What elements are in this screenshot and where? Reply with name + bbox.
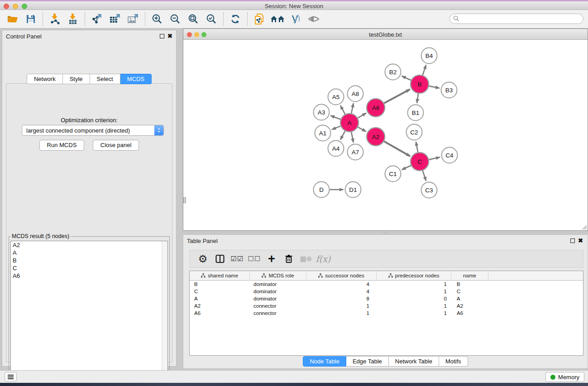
table-cell[interactable]: 1: [377, 310, 451, 317]
table-cell[interactable]: dominator: [250, 281, 306, 288]
table-cell[interactable]: connector: [250, 310, 306, 317]
table-cell[interactable]: A2: [451, 302, 488, 310]
table-cell[interactable]: A2: [190, 302, 250, 310]
edge-C-C1[interactable]: [402, 166, 411, 170]
edge-C-C4[interactable]: [429, 157, 440, 159]
tab-edge-table[interactable]: Edge Table: [346, 356, 389, 367]
zoom-in-icon[interactable]: [148, 11, 166, 27]
result-list-scrollbar[interactable]: [162, 241, 167, 386]
edge-B-B3[interactable]: [429, 86, 440, 88]
table-cell[interactable]: A: [190, 295, 250, 302]
run-mcds-button[interactable]: Run MCDS: [39, 140, 85, 151]
edge-A-A3[interactable]: [330, 115, 340, 119]
edge-C-C2[interactable]: [416, 142, 418, 152]
table-cell[interactable]: A: [451, 295, 488, 302]
zoom-selected-icon[interactable]: [202, 11, 220, 27]
deselect-checkboxes-icon[interactable]: ☐☐: [246, 252, 263, 266]
column-header-MCDS-role[interactable]: MCDS role: [250, 271, 306, 280]
tab-style[interactable]: Style: [63, 74, 90, 84]
zoom-out-icon[interactable]: [166, 11, 184, 27]
network-graph[interactable]: B4B2BB3B1A5A8A6A3AA1A2C2A4A7C4CC1C3DD1: [183, 40, 588, 230]
search-input[interactable]: [449, 14, 583, 24]
float-table-panel-icon[interactable]: [570, 238, 575, 243]
tab-motifs[interactable]: Motifs: [439, 356, 468, 367]
edge-A-A8[interactable]: [351, 103, 354, 113]
edge-A-A1[interactable]: [332, 126, 340, 130]
resize-grip-icon[interactable]: [581, 224, 587, 230]
network-window-titlebar[interactable]: testGlobe.txt: [183, 29, 588, 40]
table-cell[interactable]: 4: [306, 288, 377, 295]
table-cell[interactable]: 1: [377, 302, 451, 310]
close-panel-icon[interactable]: ✖: [167, 33, 172, 39]
add-column-icon[interactable]: +: [263, 252, 280, 266]
edge-B-B1[interactable]: [417, 94, 418, 103]
toggle-visual-properties-icon[interactable]: [287, 11, 305, 27]
table-cell[interactable]: dominator: [250, 295, 306, 302]
edge-A-A5[interactable]: [340, 105, 345, 114]
open-folder-icon[interactable]: [4, 11, 22, 27]
edge-A2-C[interactable]: [384, 141, 410, 156]
tab-network[interactable]: Network: [27, 74, 63, 84]
export-table-icon[interactable]: [106, 11, 124, 27]
criterion-select[interactable]: largest connected component (directed) ▲…: [22, 125, 164, 136]
tab-mcds[interactable]: MCDS: [120, 74, 152, 84]
tab-network-table[interactable]: Network Table: [389, 356, 439, 367]
import-table-icon[interactable]: [64, 11, 82, 27]
edge-A6-B[interactable]: [384, 89, 410, 103]
column-header-predecessor-nodes[interactable]: predecessor nodes: [377, 271, 451, 280]
show-hide-graphics-icon[interactable]: [305, 11, 323, 27]
edge-A-A7[interactable]: [351, 132, 354, 143]
table-cell[interactable]: A6: [451, 310, 488, 317]
table-cell[interactable]: 1: [377, 288, 451, 295]
zoom-fit-icon[interactable]: [184, 11, 202, 27]
table-cell[interactable]: 1: [377, 281, 451, 288]
pane-handle[interactable]: [183, 197, 186, 203]
column-header-successor-nodes[interactable]: successor nodes: [306, 271, 377, 280]
edge-A-A4[interactable]: [340, 131, 345, 140]
float-panel-icon[interactable]: [160, 34, 164, 38]
mcds-result-list[interactable]: A2ABCA6: [10, 241, 168, 386]
table-cell[interactable]: A6: [190, 310, 250, 317]
delete-column-icon[interactable]: [280, 252, 297, 266]
table-cell[interactable]: B: [190, 281, 250, 288]
edge-A-A2[interactable]: [358, 127, 366, 132]
column-header-shared-name[interactable]: shared name: [190, 271, 250, 280]
table-cell[interactable]: B: [451, 281, 488, 288]
split-columns-icon[interactable]: [211, 252, 229, 266]
tab-select[interactable]: Select: [90, 74, 120, 84]
table-row[interactable]: A6connector11A6: [190, 310, 583, 317]
list-item[interactable]: A: [11, 249, 167, 257]
list-item[interactable]: B: [11, 257, 167, 264]
task-history-button[interactable]: [5, 372, 17, 381]
table-cell[interactable]: 4: [306, 281, 377, 288]
close-table-panel-icon[interactable]: ✖: [578, 237, 583, 244]
edge-C-C3[interactable]: [423, 171, 426, 181]
table-cell[interactable]: 1: [306, 302, 377, 310]
table-cell[interactable]: 1: [306, 310, 377, 317]
home-pages-icon[interactable]: [268, 11, 287, 27]
export-network-icon[interactable]: [88, 11, 106, 27]
select-all-checkboxes-icon[interactable]: ☑☑: [229, 252, 246, 266]
list-item[interactable]: C: [11, 264, 167, 272]
table-cell[interactable]: 8: [306, 295, 377, 302]
table-row[interactable]: Cdominator41C: [190, 288, 583, 295]
table-cell[interactable]: connector: [250, 302, 306, 310]
edge-B-B2[interactable]: [402, 76, 411, 80]
list-item[interactable]: A2: [11, 241, 167, 249]
network-canvas[interactable]: B4B2BB3B1A5A8A6A3AA1A2C2A4A7C4CC1C3DD1: [183, 40, 588, 230]
column-header-name[interactable]: name: [451, 271, 488, 280]
settings-gear-icon[interactable]: ⚙: [194, 252, 211, 266]
table-row[interactable]: Adominator80A: [190, 295, 583, 302]
table-cell[interactable]: C: [190, 288, 250, 295]
refresh-icon[interactable]: [226, 11, 244, 27]
table-cell[interactable]: 0: [377, 295, 451, 302]
save-icon[interactable]: [22, 11, 40, 27]
memory-button[interactable]: Memory: [545, 372, 584, 382]
table-row[interactable]: A2connector11A2: [190, 302, 583, 310]
tab-node-table[interactable]: Node Table: [303, 356, 346, 367]
table-cell[interactable]: C: [451, 288, 488, 295]
delete-table-icon[interactable]: ▦⊗: [297, 252, 315, 266]
list-item[interactable]: A6: [11, 272, 167, 280]
new-network-from-selection-icon[interactable]: [250, 11, 268, 27]
edge-B-B4[interactable]: [423, 65, 426, 75]
